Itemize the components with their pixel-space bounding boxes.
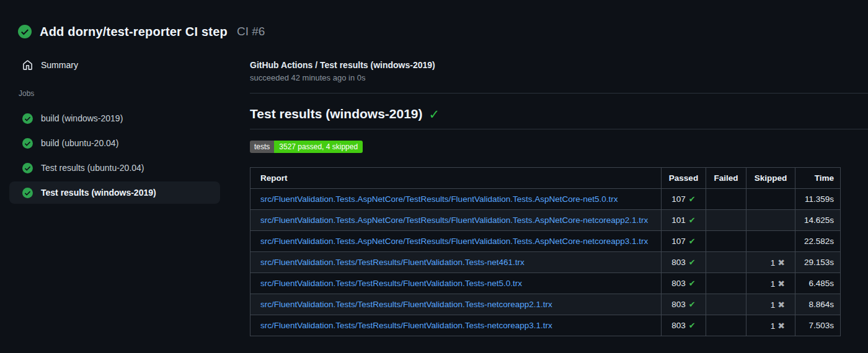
run-number: CI #6 — [237, 25, 265, 38]
home-icon — [22, 60, 33, 71]
table-row: src/FluentValidation.Tests.AspNetCore/Te… — [250, 210, 841, 231]
check-icon: ✔ — [689, 237, 696, 246]
column-header-time: Time — [795, 168, 841, 189]
passed-cell: 803✔ — [662, 294, 706, 315]
job-label: build (windows-2019) — [41, 113, 123, 123]
skipped-cell — [746, 231, 795, 252]
report-cell: src/FluentValidation.Tests.AspNetCore/Te… — [250, 189, 662, 210]
skipped-count: 1 — [771, 321, 776, 331]
column-header-skipped: Skipped — [746, 168, 795, 189]
report-link[interactable]: src/FluentValidation.Tests/TestResults/F… — [260, 321, 552, 330]
sidebar-item-job[interactable]: build (windows-2019) — [9, 107, 220, 129]
column-header-report: Report — [250, 168, 662, 189]
check-icon: ✔ — [689, 258, 696, 267]
report-cell: src/FluentValidation.Tests/TestResults/F… — [250, 273, 662, 294]
tests-badge[interactable]: tests 3527 passed, 4 skipped — [250, 141, 363, 153]
x-icon: ✖ — [777, 258, 785, 268]
passed-count: 803 — [671, 279, 686, 288]
sidebar-item-job[interactable]: Test results (windows-2019) — [9, 181, 220, 204]
check-run-title: GitHub Actions / Test results (windows-2… — [250, 60, 868, 70]
check-circle-icon — [18, 25, 32, 38]
skipped-cell: 1✖ — [746, 315, 795, 336]
failed-cell — [706, 315, 746, 336]
report-cell: src/FluentValidation.Tests/TestResults/F… — [250, 315, 662, 336]
passed-cell: 803✔ — [662, 273, 706, 294]
run-title: Add dorny/test-reporter CI step — [40, 25, 228, 39]
x-icon: ✖ — [777, 300, 785, 310]
table-row: src/FluentValidation.Tests/TestResults/F… — [250, 273, 841, 294]
main-content: GitHub Actions / Test results (windows-2… — [242, 46, 868, 336]
table-row: src/FluentValidation.Tests/TestResults/F… — [250, 315, 841, 336]
results-table: Report Passed Failed Skipped Time src/Fl… — [250, 167, 841, 336]
table-header-row: Report Passed Failed Skipped Time — [250, 168, 841, 189]
failed-cell — [706, 273, 746, 294]
report-link[interactable]: src/FluentValidation.Tests/TestResults/F… — [260, 279, 522, 288]
passed-count: 803 — [671, 300, 686, 309]
skipped-cell: 1✖ — [746, 294, 795, 315]
skipped-count: 1 — [771, 300, 776, 310]
report-link[interactable]: src/FluentValidation.Tests.AspNetCore/Te… — [260, 237, 648, 246]
skipped-cell: 1✖ — [746, 273, 795, 294]
x-icon: ✖ — [777, 279, 785, 289]
passed-cell: 107✔ — [662, 189, 706, 210]
check-run-status-line: succeeded 42 minutes ago in 0s — [250, 73, 868, 82]
section-title: Test results (windows-2019) ✓ — [250, 107, 868, 129]
failed-cell — [706, 231, 746, 252]
table-row: src/FluentValidation.Tests/TestResults/F… — [250, 252, 841, 273]
time-cell: 8.864s — [795, 294, 841, 315]
time-cell: 7.503s — [795, 315, 841, 336]
header-divider — [250, 93, 868, 94]
time-cell: 22.582s — [795, 231, 841, 252]
check-icon: ✔ — [689, 300, 696, 309]
failed-cell — [706, 252, 746, 273]
passed-cell: 101✔ — [662, 210, 706, 231]
skipped-cell — [746, 210, 795, 231]
report-cell: src/FluentValidation.Tests/TestResults/F… — [250, 252, 662, 273]
sidebar-item-job[interactable]: build (ubuntu-20.04) — [9, 132, 220, 154]
x-icon: ✖ — [777, 321, 785, 331]
report-cell: src/FluentValidation.Tests.AspNetCore/Te… — [250, 210, 662, 231]
table-row: src/FluentValidation.Tests.AspNetCore/Te… — [250, 189, 841, 210]
summary-label: Summary — [41, 60, 78, 70]
sidebar-item-summary[interactable]: Summary — [22, 58, 242, 72]
report-link[interactable]: src/FluentValidation.Tests/TestResults/F… — [260, 258, 525, 267]
time-cell: 29.153s — [795, 252, 841, 273]
results-table-body: src/FluentValidation.Tests.AspNetCore/Te… — [250, 189, 841, 336]
tests-badge-value: 3527 passed, 4 skipped — [274, 141, 363, 153]
passed-count: 101 — [671, 216, 686, 225]
report-link[interactable]: src/FluentValidation.Tests.AspNetCore/Te… — [260, 216, 648, 225]
check-circle-icon — [22, 163, 33, 173]
passed-count: 803 — [671, 258, 686, 267]
report-link[interactable]: src/FluentValidation.Tests.AspNetCore/Te… — [260, 194, 618, 204]
check-circle-icon — [22, 188, 33, 198]
skipped-cell: 1✖ — [746, 252, 795, 273]
passed-cell: 803✔ — [662, 252, 706, 273]
check-icon: ✔ — [689, 279, 696, 288]
column-header-passed: Passed — [662, 168, 706, 189]
job-label: Test results (ubuntu-20.04) — [41, 163, 144, 173]
passed-count: 107 — [671, 237, 686, 246]
failed-cell — [706, 294, 746, 315]
time-cell: 14.625s — [795, 210, 841, 231]
time-cell: 6.485s — [795, 273, 841, 294]
job-list: build (windows-2019)build (ubuntu-20.04)… — [0, 107, 242, 204]
check-icon: ✔ — [689, 194, 696, 204]
sidebar-item-job[interactable]: Test results (ubuntu-20.04) — [9, 157, 220, 179]
report-link[interactable]: src/FluentValidation.Tests/TestResults/F… — [260, 300, 552, 309]
table-row: src/FluentValidation.Tests.AspNetCore/Te… — [250, 231, 841, 252]
table-row: src/FluentValidation.Tests/TestResults/F… — [250, 294, 841, 315]
skipped-count: 1 — [771, 279, 776, 289]
jobs-sidebar: Summary Jobs build (windows-2019)build (… — [0, 46, 242, 206]
skipped-count: 1 — [771, 258, 776, 268]
jobs-heading: Jobs — [19, 89, 242, 98]
check-icon: ✓ — [429, 107, 440, 122]
report-cell: src/FluentValidation.Tests/TestResults/F… — [250, 294, 662, 315]
time-cell: 11.359s — [795, 189, 841, 210]
passed-count: 803 — [671, 321, 686, 330]
check-icon: ✔ — [689, 216, 696, 225]
check-circle-icon — [22, 138, 33, 149]
failed-cell — [706, 210, 746, 231]
skipped-cell — [746, 189, 795, 210]
section-title-text: Test results (windows-2019) — [250, 107, 423, 121]
passed-cell: 803✔ — [662, 315, 706, 336]
